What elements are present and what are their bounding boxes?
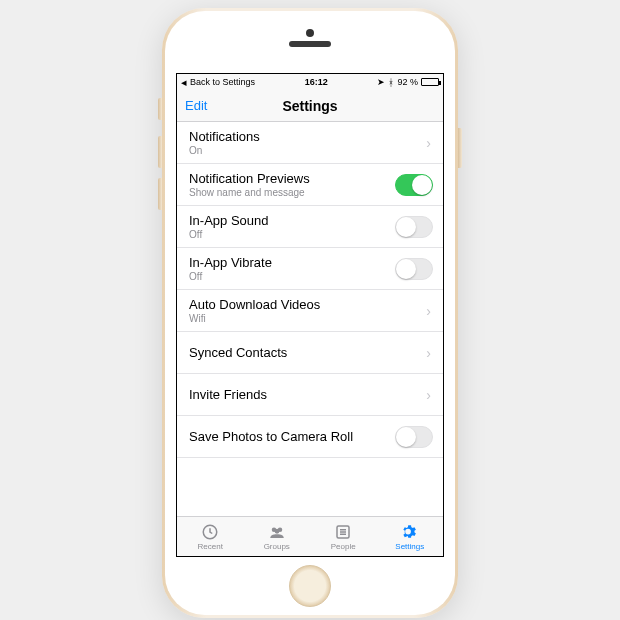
- page-title: Settings: [282, 98, 337, 114]
- bluetooth-icon: ᚼ: [388, 77, 394, 88]
- gear-icon: [401, 523, 419, 541]
- row-label: Synced Contacts: [189, 345, 287, 360]
- toggle-notification-previews[interactable]: [395, 174, 433, 196]
- row-notifications[interactable]: Notifications On ›: [177, 122, 443, 164]
- row-label: In-App Vibrate: [189, 255, 272, 270]
- people-list-icon: [334, 523, 352, 541]
- row-save-photos[interactable]: Save Photos to Camera Roll: [177, 416, 443, 458]
- tab-people[interactable]: People: [310, 517, 377, 556]
- row-sub: Show name and message: [189, 187, 310, 198]
- tab-label: Groups: [264, 542, 290, 551]
- location-icon: ➤: [377, 77, 385, 87]
- settings-list[interactable]: Notifications On › Notification Previews…: [177, 122, 443, 516]
- row-label: Save Photos to Camera Roll: [189, 429, 353, 444]
- status-time: 16:12: [305, 77, 328, 87]
- groups-icon: [268, 523, 286, 541]
- row-notification-previews[interactable]: Notification Previews Show name and mess…: [177, 164, 443, 206]
- status-back-label: Back to Settings: [190, 77, 255, 87]
- svg-point-3: [274, 528, 279, 533]
- row-sub: Off: [189, 271, 272, 282]
- chevron-right-icon: ›: [426, 303, 433, 319]
- tab-settings[interactable]: Settings: [377, 517, 444, 556]
- row-sub: Off: [189, 229, 269, 240]
- clock-icon: [201, 523, 219, 541]
- tab-recent[interactable]: Recent: [177, 517, 244, 556]
- front-camera: [306, 29, 314, 37]
- tab-label: Settings: [395, 542, 424, 551]
- volume-down: [158, 178, 162, 210]
- row-sub: On: [189, 145, 260, 156]
- chevron-right-icon: ›: [426, 135, 433, 151]
- row-sub: Wifi: [189, 313, 320, 324]
- nav-bar: Edit Settings: [177, 90, 443, 122]
- power-button: [458, 128, 462, 168]
- chevron-right-icon: ›: [426, 387, 433, 403]
- row-invite-friends[interactable]: Invite Friends ›: [177, 374, 443, 416]
- row-label: Invite Friends: [189, 387, 267, 402]
- row-label: Notification Previews: [189, 171, 310, 186]
- battery-icon: [421, 78, 439, 86]
- row-in-app-sound[interactable]: In-App Sound Off: [177, 206, 443, 248]
- battery-percent: 92 %: [397, 77, 418, 87]
- toggle-save-photos[interactable]: [395, 426, 433, 448]
- tab-bar: Recent Groups People Settings: [177, 516, 443, 556]
- row-synced-contacts[interactable]: Synced Contacts ›: [177, 332, 443, 374]
- row-label: Notifications: [189, 129, 260, 144]
- screen: ◂ Back to Settings 16:12 ➤ ᚼ 92 % Edit S…: [176, 73, 444, 557]
- volume-up: [158, 136, 162, 168]
- status-bar: ◂ Back to Settings 16:12 ➤ ᚼ 92 %: [177, 74, 443, 90]
- row-auto-download-videos[interactable]: Auto Download Videos Wifi ›: [177, 290, 443, 332]
- row-in-app-vibrate[interactable]: In-App Vibrate Off: [177, 248, 443, 290]
- edit-button[interactable]: Edit: [185, 98, 207, 113]
- row-label: Auto Download Videos: [189, 297, 320, 312]
- row-label: In-App Sound: [189, 213, 269, 228]
- home-button[interactable]: [289, 565, 331, 607]
- phone-frame: ◂ Back to Settings 16:12 ➤ ᚼ 92 % Edit S…: [162, 8, 458, 618]
- mute-switch: [158, 98, 162, 120]
- toggle-in-app-vibrate[interactable]: [395, 258, 433, 280]
- tab-groups[interactable]: Groups: [244, 517, 311, 556]
- earpiece-speaker: [289, 41, 331, 47]
- status-back-to-app[interactable]: ◂ Back to Settings: [181, 77, 255, 87]
- toggle-in-app-sound[interactable]: [395, 216, 433, 238]
- tab-label: Recent: [198, 542, 223, 551]
- chevron-right-icon: ›: [426, 345, 433, 361]
- tab-label: People: [331, 542, 356, 551]
